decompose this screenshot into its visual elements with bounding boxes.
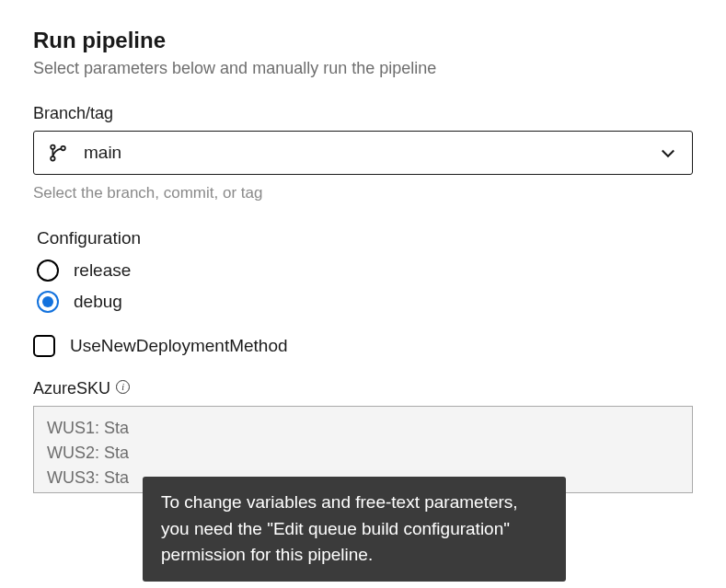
svg-point-2 bbox=[61, 146, 65, 151]
page-title: Run pipeline bbox=[33, 28, 693, 53]
radio-label-debug: debug bbox=[74, 292, 122, 312]
checkbox-input[interactable] bbox=[33, 335, 55, 357]
azuresku-line: WUS1: Sta bbox=[47, 416, 679, 441]
configuration-label: Configuration bbox=[37, 228, 693, 248]
branch-label: Branch/tag bbox=[33, 104, 693, 123]
branch-value: main bbox=[84, 143, 659, 163]
radio-input-debug[interactable] bbox=[37, 291, 59, 313]
radio-label-release: release bbox=[74, 260, 131, 281]
info-icon[interactable]: i bbox=[116, 380, 130, 394]
checkbox-usenewdeployment[interactable]: UseNewDeploymentMethod bbox=[33, 335, 693, 357]
radio-input-release[interactable] bbox=[37, 259, 59, 282]
page-subtitle: Select parameters below and manually run… bbox=[33, 59, 693, 78]
checkbox-label: UseNewDeploymentMethod bbox=[70, 336, 288, 356]
tooltip: To change variables and free-text parame… bbox=[143, 477, 566, 582]
azuresku-line: WUS2: Sta bbox=[47, 441, 679, 466]
radio-debug[interactable]: debug bbox=[37, 291, 693, 313]
azuresku-label: AzureSKU bbox=[33, 379, 110, 398]
chevron-down-icon bbox=[659, 144, 677, 162]
svg-point-1 bbox=[51, 156, 55, 161]
branch-select[interactable]: main bbox=[33, 131, 693, 175]
svg-point-0 bbox=[51, 145, 55, 150]
branch-icon bbox=[49, 144, 67, 162]
branch-hint: Select the branch, commit, or tag bbox=[33, 184, 693, 202]
radio-release[interactable]: release bbox=[37, 259, 693, 282]
